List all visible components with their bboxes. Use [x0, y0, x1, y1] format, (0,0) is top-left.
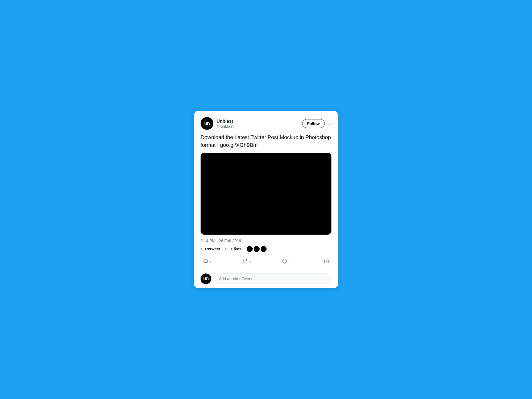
- heart-icon: [282, 259, 287, 265]
- tweet-header-right: Follow ⌄: [302, 119, 332, 128]
- liked-avatars: [247, 246, 267, 252]
- retweet-action[interactable]: 1: [240, 257, 254, 267]
- retweet-label: Retweet: [205, 247, 221, 251]
- tweet-text: Download the Latest Twitter Post Mockup …: [201, 134, 331, 149]
- liked-avatar-1: [247, 246, 253, 252]
- tweet-header: un Unblast @unblast Follow ⌄: [201, 117, 331, 130]
- tweet-timestamp: 1:14 PM · 26 Feb 2019: [201, 238, 331, 243]
- reply-avatar: un: [201, 273, 211, 284]
- liked-avatar-2: [254, 246, 260, 252]
- mail-action[interactable]: [321, 257, 331, 267]
- mail-icon: [324, 259, 329, 265]
- chevron-down-icon[interactable]: ⌄: [327, 120, 331, 126]
- reply-action[interactable]: 1: [201, 257, 214, 267]
- like-action[interactable]: 11: [280, 257, 296, 267]
- liked-avatar-3: [261, 246, 267, 252]
- reply-count: 1: [210, 260, 212, 264]
- avatar: un: [201, 117, 213, 130]
- retweet-count: 1: [201, 247, 203, 251]
- user-handle: @unblast: [217, 124, 234, 128]
- reply-input[interactable]: [214, 273, 331, 284]
- retweet-icon: [243, 259, 248, 265]
- retweet-stat: 1 Retweet: [201, 247, 220, 251]
- user-info: Unblast @unblast: [217, 119, 234, 128]
- like-action-count: 11: [289, 260, 293, 264]
- like-stat: 11 Likes: [225, 247, 241, 251]
- reply-section: un: [201, 269, 331, 288]
- tweet-card: un Unblast @unblast Follow ⌄ Download th…: [194, 111, 338, 288]
- tweet-actions: 1 1 11: [201, 255, 331, 269]
- tweet-header-left: un Unblast @unblast: [201, 117, 234, 130]
- tweet-image: [201, 153, 331, 235]
- tweet-stats: 1 Retweet 11 Likes: [201, 246, 331, 255]
- reply-avatar-initials: un: [203, 276, 209, 281]
- like-label: Likes: [231, 247, 241, 251]
- user-name: Unblast: [217, 119, 234, 124]
- follow-button[interactable]: Follow: [302, 119, 325, 128]
- reply-icon: [203, 259, 208, 265]
- like-count: 11: [225, 247, 229, 251]
- retweet-action-count: 1: [249, 260, 251, 264]
- avatar-initials: un: [204, 121, 210, 126]
